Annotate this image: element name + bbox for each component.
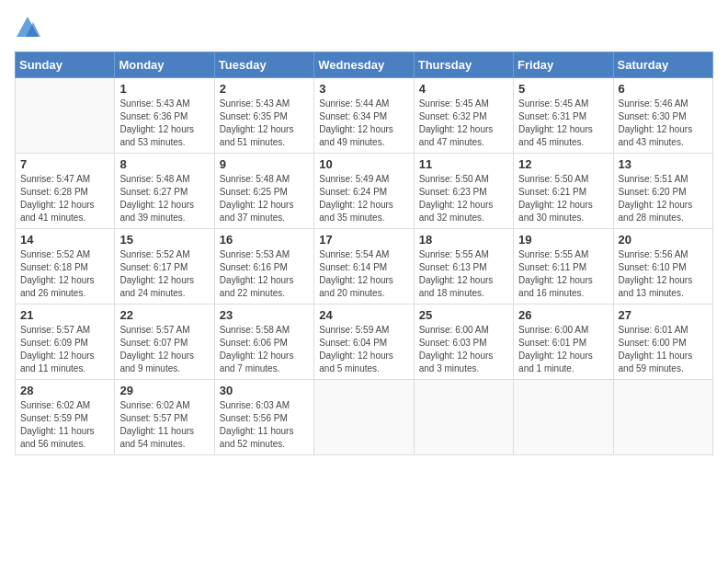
calendar-table: SundayMondayTuesdayWednesdayThursdayFrid… xyxy=(15,52,713,455)
calendar-cell: 1Sunrise: 5:43 AMSunset: 6:36 PMDaylight… xyxy=(115,78,214,154)
calendar-cell: 30Sunrise: 6:03 AMSunset: 5:56 PMDayligh… xyxy=(214,380,313,455)
day-number: 9 xyxy=(220,157,309,171)
day-info: Sunrise: 6:01 AMSunset: 6:00 PMDaylight:… xyxy=(619,324,708,375)
day-info: Sunrise: 6:00 AMSunset: 6:01 PMDaylight:… xyxy=(518,324,608,375)
calendar-cell: 9Sunrise: 5:48 AMSunset: 6:25 PMDaylight… xyxy=(214,154,313,229)
calendar-cell xyxy=(16,78,115,154)
day-info: Sunrise: 5:43 AMSunset: 6:36 PMDaylight:… xyxy=(119,98,209,149)
calendar-week-row: 14Sunrise: 5:52 AMSunset: 6:18 PMDayligh… xyxy=(16,229,713,304)
day-number: 27 xyxy=(619,308,708,322)
day-number: 2 xyxy=(220,82,309,96)
calendar-cell: 21Sunrise: 5:57 AMSunset: 6:09 PMDayligh… xyxy=(16,304,115,380)
calendar-cell: 12Sunrise: 5:50 AMSunset: 6:21 PMDayligh… xyxy=(514,154,613,229)
day-number: 6 xyxy=(619,82,708,96)
calendar-cell xyxy=(613,380,712,455)
weekday-header-wednesday: Wednesday xyxy=(314,52,414,78)
calendar-cell: 4Sunrise: 5:45 AMSunset: 6:32 PMDaylight… xyxy=(414,78,513,154)
day-number: 14 xyxy=(20,233,109,247)
day-info: Sunrise: 6:00 AMSunset: 6:03 PMDaylight:… xyxy=(419,324,508,375)
day-number: 17 xyxy=(319,233,408,247)
day-number: 10 xyxy=(319,157,408,171)
day-info: Sunrise: 5:50 AMSunset: 6:21 PMDaylight:… xyxy=(518,173,608,224)
calendar-cell: 8Sunrise: 5:48 AMSunset: 6:27 PMDaylight… xyxy=(115,154,214,229)
day-number: 12 xyxy=(518,157,608,171)
day-number: 4 xyxy=(419,82,508,96)
weekday-header-sunday: Sunday xyxy=(16,52,115,78)
day-number: 20 xyxy=(619,233,708,247)
calendar-week-row: 7Sunrise: 5:47 AMSunset: 6:28 PMDaylight… xyxy=(16,154,713,229)
calendar-cell: 11Sunrise: 5:50 AMSunset: 6:23 PMDayligh… xyxy=(414,154,513,229)
day-info: Sunrise: 5:53 AMSunset: 6:16 PMDaylight:… xyxy=(220,248,309,300)
page-header xyxy=(15,15,713,40)
day-number: 13 xyxy=(619,157,708,171)
day-number: 3 xyxy=(319,82,408,96)
day-info: Sunrise: 5:56 AMSunset: 6:10 PMDaylight:… xyxy=(619,248,708,300)
day-number: 16 xyxy=(220,233,309,247)
calendar-cell: 7Sunrise: 5:47 AMSunset: 6:28 PMDaylight… xyxy=(16,154,115,229)
day-number: 7 xyxy=(20,157,109,171)
day-info: Sunrise: 5:57 AMSunset: 6:07 PMDaylight:… xyxy=(119,324,209,375)
calendar-week-row: 28Sunrise: 6:02 AMSunset: 5:59 PMDayligh… xyxy=(16,380,713,455)
day-number: 30 xyxy=(220,384,309,397)
day-info: Sunrise: 5:54 AMSunset: 6:14 PMDaylight:… xyxy=(319,248,408,300)
weekday-header-saturday: Saturday xyxy=(613,52,712,78)
logo-icon xyxy=(15,15,40,40)
day-info: Sunrise: 5:44 AMSunset: 6:34 PMDaylight:… xyxy=(319,98,408,149)
weekday-header-friday: Friday xyxy=(514,52,613,78)
day-info: Sunrise: 6:03 AMSunset: 5:56 PMDaylight:… xyxy=(220,399,309,451)
calendar-cell: 16Sunrise: 5:53 AMSunset: 6:16 PMDayligh… xyxy=(214,229,313,304)
day-number: 26 xyxy=(518,308,608,322)
day-info: Sunrise: 5:51 AMSunset: 6:20 PMDaylight:… xyxy=(619,173,708,224)
calendar-cell: 13Sunrise: 5:51 AMSunset: 6:20 PMDayligh… xyxy=(613,154,712,229)
day-info: Sunrise: 5:59 AMSunset: 6:04 PMDaylight:… xyxy=(319,324,408,375)
day-number: 8 xyxy=(119,157,209,171)
calendar-cell: 3Sunrise: 5:44 AMSunset: 6:34 PMDaylight… xyxy=(314,78,414,154)
calendar-cell xyxy=(514,380,613,455)
calendar-cell: 27Sunrise: 6:01 AMSunset: 6:00 PMDayligh… xyxy=(613,304,712,380)
day-info: Sunrise: 5:55 AMSunset: 6:11 PMDaylight:… xyxy=(518,248,608,300)
calendar-cell: 6Sunrise: 5:46 AMSunset: 6:30 PMDaylight… xyxy=(613,78,712,154)
day-number: 28 xyxy=(20,384,109,397)
day-number: 21 xyxy=(20,308,109,322)
calendar-cell: 28Sunrise: 6:02 AMSunset: 5:59 PMDayligh… xyxy=(16,380,115,455)
calendar-cell: 19Sunrise: 5:55 AMSunset: 6:11 PMDayligh… xyxy=(514,229,613,304)
calendar-week-row: 21Sunrise: 5:57 AMSunset: 6:09 PMDayligh… xyxy=(16,304,713,380)
day-info: Sunrise: 5:57 AMSunset: 6:09 PMDaylight:… xyxy=(20,324,109,375)
calendar-cell: 18Sunrise: 5:55 AMSunset: 6:13 PMDayligh… xyxy=(414,229,513,304)
calendar-cell: 23Sunrise: 5:58 AMSunset: 6:06 PMDayligh… xyxy=(214,304,313,380)
day-info: Sunrise: 5:58 AMSunset: 6:06 PMDaylight:… xyxy=(220,324,309,375)
day-info: Sunrise: 6:02 AMSunset: 5:59 PMDaylight:… xyxy=(20,399,109,451)
calendar-cell: 17Sunrise: 5:54 AMSunset: 6:14 PMDayligh… xyxy=(314,229,414,304)
day-number: 25 xyxy=(419,308,508,322)
day-info: Sunrise: 5:46 AMSunset: 6:30 PMDaylight:… xyxy=(619,98,708,149)
day-info: Sunrise: 5:43 AMSunset: 6:35 PMDaylight:… xyxy=(220,98,309,149)
day-info: Sunrise: 5:50 AMSunset: 6:23 PMDaylight:… xyxy=(419,173,508,224)
calendar-cell: 25Sunrise: 6:00 AMSunset: 6:03 PMDayligh… xyxy=(414,304,513,380)
weekday-header-monday: Monday xyxy=(115,52,214,78)
calendar-cell: 15Sunrise: 5:52 AMSunset: 6:17 PMDayligh… xyxy=(115,229,214,304)
weekday-header-row: SundayMondayTuesdayWednesdayThursdayFrid… xyxy=(16,52,713,78)
calendar-cell: 2Sunrise: 5:43 AMSunset: 6:35 PMDaylight… xyxy=(214,78,313,154)
day-number: 29 xyxy=(119,384,209,397)
day-number: 24 xyxy=(319,308,408,322)
day-number: 1 xyxy=(119,82,209,96)
calendar-cell: 26Sunrise: 6:00 AMSunset: 6:01 PMDayligh… xyxy=(514,304,613,380)
day-info: Sunrise: 6:02 AMSunset: 5:57 PMDaylight:… xyxy=(119,399,209,451)
calendar-cell: 29Sunrise: 6:02 AMSunset: 5:57 PMDayligh… xyxy=(115,380,214,455)
day-number: 15 xyxy=(119,233,209,247)
day-info: Sunrise: 5:47 AMSunset: 6:28 PMDaylight:… xyxy=(20,173,109,224)
calendar-cell: 14Sunrise: 5:52 AMSunset: 6:18 PMDayligh… xyxy=(16,229,115,304)
day-info: Sunrise: 5:48 AMSunset: 6:25 PMDaylight:… xyxy=(220,173,309,224)
day-info: Sunrise: 5:52 AMSunset: 6:18 PMDaylight:… xyxy=(20,248,109,300)
day-number: 23 xyxy=(220,308,309,322)
day-info: Sunrise: 5:52 AMSunset: 6:17 PMDaylight:… xyxy=(119,248,209,300)
day-info: Sunrise: 5:55 AMSunset: 6:13 PMDaylight:… xyxy=(419,248,508,300)
calendar-cell: 24Sunrise: 5:59 AMSunset: 6:04 PMDayligh… xyxy=(314,304,414,380)
day-number: 19 xyxy=(518,233,608,247)
calendar-cell: 5Sunrise: 5:45 AMSunset: 6:31 PMDaylight… xyxy=(514,78,613,154)
calendar-cell xyxy=(414,380,513,455)
day-info: Sunrise: 5:45 AMSunset: 6:31 PMDaylight:… xyxy=(518,98,608,149)
calendar-cell: 22Sunrise: 5:57 AMSunset: 6:07 PMDayligh… xyxy=(115,304,214,380)
calendar-week-row: 1Sunrise: 5:43 AMSunset: 6:36 PMDaylight… xyxy=(16,78,713,154)
day-info: Sunrise: 5:48 AMSunset: 6:27 PMDaylight:… xyxy=(119,173,209,224)
